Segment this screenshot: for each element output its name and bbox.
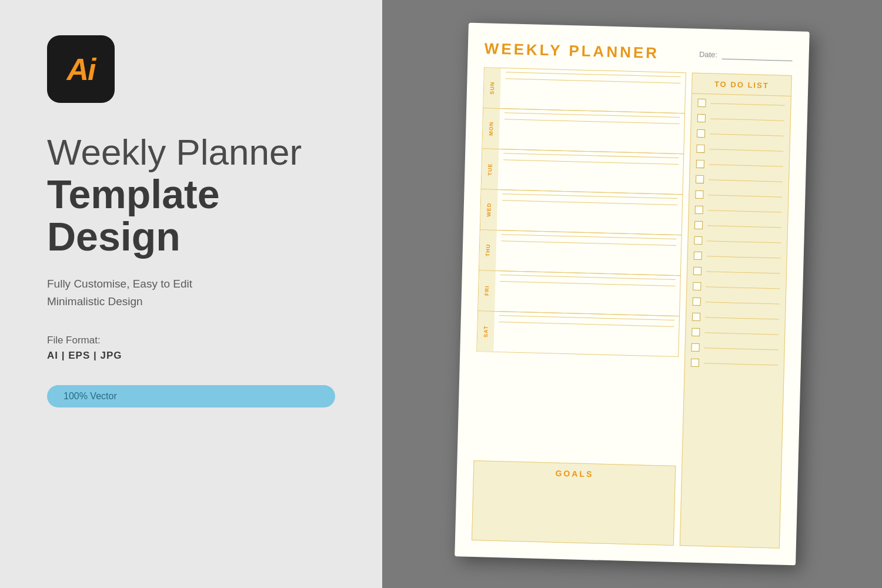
day-content-thu	[496, 230, 681, 275]
todo-checkbox[interactable]	[693, 267, 701, 275]
day-content-fri	[495, 271, 680, 316]
planner-date: Date:	[699, 50, 793, 61]
day-line	[505, 112, 680, 118]
todo-checkbox[interactable]	[693, 282, 701, 290]
todo-item	[693, 267, 780, 278]
todo-item	[693, 282, 780, 293]
planner-header: WEEKLY PLANNER Date:	[484, 39, 793, 66]
todo-item-line	[709, 149, 783, 151]
planner-content: SUN MON	[472, 67, 792, 548]
day-abbr-sat: SAT	[483, 325, 489, 338]
day-label-fri: FRI	[478, 270, 496, 311]
todo-checkbox[interactable]	[694, 221, 703, 229]
day-label-mon: MON	[482, 108, 500, 149]
file-formats: AI | EPS | JPG	[47, 350, 335, 362]
goals-title: GOALS	[555, 469, 593, 479]
todo-item-line	[707, 240, 781, 243]
day-line	[500, 275, 676, 280]
todo-item	[694, 236, 781, 247]
day-line	[501, 240, 676, 246]
day-row-fri: FRI	[477, 270, 681, 316]
day-label-sat: SAT	[477, 311, 495, 352]
day-line	[502, 200, 677, 205]
todo-checkbox[interactable]	[693, 298, 701, 306]
todo-list	[680, 93, 791, 549]
todo-item	[697, 114, 784, 125]
todo-item-line	[708, 210, 782, 212]
todo-item-line	[705, 317, 779, 319]
date-label: Date:	[699, 50, 717, 59]
todo-item-line	[709, 179, 783, 182]
day-row-thu: THU	[479, 229, 682, 276]
day-line	[499, 315, 674, 320]
todo-item	[695, 206, 782, 216]
todo-item	[691, 359, 778, 369]
todo-checkbox[interactable]	[694, 236, 702, 245]
todo-item-line	[711, 103, 785, 105]
right-panel: WEEKLY PLANNER Date: SUN	[382, 0, 882, 588]
product-title: Weekly Planner Template Design	[47, 132, 335, 258]
todo-checkbox[interactable]	[695, 191, 703, 199]
todo-item-line	[704, 348, 779, 350]
goals-content	[472, 481, 675, 545]
schedule-section: SUN MON	[474, 67, 686, 460]
day-abbr-fri: FRI	[484, 286, 490, 296]
day-row-sun: SUN	[483, 67, 686, 113]
todo-checkbox[interactable]	[695, 206, 703, 214]
todo-item-line	[706, 286, 780, 289]
day-line	[506, 72, 681, 77]
todo-item	[691, 343, 778, 354]
todo-item	[694, 221, 781, 232]
todo-item	[692, 313, 779, 323]
subtitle-line1: Fully Customise, Easy to Edit	[47, 275, 335, 293]
day-content-sun	[500, 68, 686, 113]
day-label-tue: TUE	[482, 149, 499, 189]
day-abbr-wed: WED	[486, 202, 492, 216]
day-row-sat: SAT	[476, 310, 680, 357]
day-line	[503, 159, 679, 165]
day-line	[506, 78, 681, 83]
todo-item-line	[707, 225, 781, 228]
todo-item-line	[710, 118, 784, 121]
todo-title: TO DO LIST	[714, 80, 769, 90]
todo-item-line	[710, 133, 784, 136]
todo-section: TO DO LIST	[680, 73, 792, 549]
todo-item-line	[706, 302, 780, 304]
todo-checkbox[interactable]	[697, 129, 705, 138]
day-line	[503, 153, 679, 158]
todo-checkbox[interactable]	[697, 99, 706, 107]
todo-item	[696, 145, 783, 155]
todo-item	[697, 99, 784, 109]
file-format-section: File Format: AI | EPS | JPG	[47, 335, 335, 362]
file-format-label: File Format:	[47, 335, 335, 346]
day-content-mon	[499, 109, 684, 153]
todo-item-line	[704, 332, 779, 335]
todo-checkbox[interactable]	[692, 313, 700, 321]
day-line	[502, 234, 677, 239]
todo-item	[691, 328, 779, 339]
todo-checkbox[interactable]	[697, 114, 706, 122]
left-column: SUN MON	[472, 67, 686, 546]
subtitle: Fully Customise, Easy to Edit Minimalist…	[47, 275, 335, 311]
planner-document: WEEKLY PLANNER Date: SUN	[455, 23, 810, 566]
todo-checkbox[interactable]	[691, 328, 700, 336]
todo-checkbox[interactable]	[691, 359, 699, 367]
left-panel: Ai Weekly Planner Template Design Fully …	[0, 0, 382, 588]
todo-checkbox[interactable]	[691, 343, 699, 352]
todo-checkbox[interactable]	[696, 175, 704, 183]
day-line	[505, 119, 680, 124]
ai-icon-label: Ai	[67, 52, 95, 87]
todo-item-line	[704, 363, 778, 365]
title-bold-line1: Template	[47, 173, 335, 215]
todo-checkbox[interactable]	[696, 160, 704, 168]
day-label-thu: THU	[479, 230, 497, 270]
todo-checkbox[interactable]	[694, 252, 702, 260]
date-line	[722, 59, 793, 61]
day-label-wed: WED	[480, 189, 498, 230]
todo-header: TO DO LIST	[691, 73, 792, 96]
title-light: Weekly Planner	[47, 132, 335, 172]
todo-checkbox[interactable]	[696, 145, 704, 153]
todo-item	[693, 298, 780, 308]
todo-item-line	[708, 195, 782, 197]
day-line	[500, 281, 675, 286]
